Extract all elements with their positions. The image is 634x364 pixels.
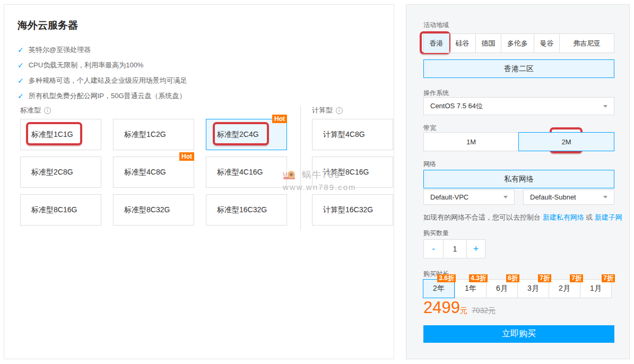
spec-card-label: 计算型4C8G <box>323 130 365 140</box>
compute-group-label: 计算型 i <box>312 106 343 115</box>
create-subnet-link[interactable]: 新建子网 <box>595 213 622 221</box>
spec-card-standard-16c32g[interactable]: 标准型16C32G <box>206 194 287 226</box>
watermark: 蜗牛789 www.wn789.com <box>283 169 357 192</box>
spec-card-label: 标准型4C8G <box>124 168 166 177</box>
bandwidth-label: 带宽 <box>423 124 436 133</box>
check-icon: ✓ <box>18 46 24 54</box>
zone-option-hongkong2[interactable]: 香港二区 <box>423 59 614 78</box>
subnet-select-value: Default-Subnet <box>530 193 576 201</box>
quantity-label: 购买数量 <box>423 229 449 238</box>
spec-card-label: 标准型2C4G <box>217 130 259 140</box>
watermark-line1: 蜗牛789 <box>283 169 357 181</box>
network-type-vpc[interactable]: 私有网络 <box>423 170 614 188</box>
spec-card-standard-4c16g[interactable]: 标准型4C16G <box>206 157 287 188</box>
vpc-select[interactable]: Default-VPC <box>423 189 515 205</box>
os-label: 操作系统 <box>423 89 449 98</box>
chevron-down-icon <box>603 105 607 108</box>
watermark-line2: www.wn789.com <box>283 183 357 192</box>
page: 海外云服务器 ✓ 英特尔@至强处理器 ✓ CPU负载无限制，利用率最高为100%… <box>0 0 634 364</box>
chevron-down-icon <box>503 196 508 198</box>
bandwidth-options: 1M 2M <box>423 132 614 151</box>
info-icon[interactable]: i <box>44 107 51 114</box>
check-icon: ✓ <box>18 92 24 100</box>
buy-now-button[interactable]: 立即购买 <box>423 325 614 343</box>
feature-item: ✓ 英特尔@至强处理器 <box>18 42 187 57</box>
spec-card-standard-1c1g[interactable]: 标准型1C1G <box>20 119 101 150</box>
duration-option-6m[interactable]: 6折 6月 <box>487 279 519 298</box>
purchase-panel: 活动地域 香港 硅谷 德国 多伦多 曼谷 弗吉尼亚 香港二区 操作系统 Cent… <box>406 4 630 359</box>
region-tab-bangkok[interactable]: 曼谷 <box>534 33 560 53</box>
discount-badge: 7折 <box>602 274 615 282</box>
feature-text: 英特尔@至强处理器 <box>29 45 91 55</box>
feature-list: ✓ 英特尔@至强处理器 ✓ CPU负载无限制，利用率最高为100% ✓ 多种规格… <box>18 42 187 103</box>
spec-card-standard-4c8g[interactable]: Hot 标准型4C8G <box>113 157 194 188</box>
quantity-stepper: - 1 + <box>423 239 485 258</box>
spec-card-label: 计算型16C32G <box>323 205 373 215</box>
network-label: 网络 <box>423 160 436 169</box>
duration-option-1mo[interactable]: 7折 1月 <box>583 279 614 298</box>
spec-card-label: 标准型1C1G <box>31 130 73 140</box>
bandwidth-option-1m[interactable]: 1M <box>423 132 519 151</box>
hot-badge: Hot <box>179 152 194 161</box>
feature-item: ✓ 多种规格可选，个人建站及企业级应用场景均可满足 <box>18 73 187 88</box>
region-tab-siliconvalley[interactable]: 硅谷 <box>449 33 476 53</box>
duration-option-2y[interactable]: 3.6折 2年 <box>423 279 455 298</box>
chevron-down-icon <box>603 196 607 198</box>
spec-card-compute-4c8g[interactable]: 计算型4C8G <box>312 119 393 150</box>
duration-option-3m[interactable]: 7折 3月 <box>519 279 551 298</box>
subnet-select[interactable]: Default-Subnet <box>523 189 614 205</box>
spec-card-label: 标准型8C32G <box>124 205 170 215</box>
region-tab-virginia[interactable]: 弗吉尼亚 <box>559 33 614 53</box>
region-tab-hongkong[interactable]: 香港 <box>423 33 449 53</box>
check-icon: ✓ <box>18 61 24 70</box>
discount-badge: 6折 <box>506 274 519 282</box>
check-icon: ✓ <box>18 76 24 85</box>
region-tab-germany[interactable]: 德国 <box>475 33 501 53</box>
quantity-plus-button[interactable]: + <box>466 239 485 258</box>
spec-card-standard-8c32g[interactable]: 标准型8C32G <box>113 194 194 226</box>
region-tabs: 香港 硅谷 德国 多伦多 曼谷 弗吉尼亚 <box>423 33 614 53</box>
os-select-value: CentOS 7.5 64位 <box>430 101 483 111</box>
feature-item: ✓ CPU负载无限制，利用率最高为100% <box>18 57 187 73</box>
discount-badge: 7折 <box>570 274 583 282</box>
spec-card-standard-2c8g[interactable]: 标准型2C8G <box>20 157 101 188</box>
region-label: 活动地域 <box>423 21 449 30</box>
spec-card-standard-2c4g[interactable]: Hot 标准型2C4G <box>206 119 287 150</box>
vpc-select-value: Default-VPC <box>430 193 468 201</box>
spec-card-standard-8c16g[interactable]: 标准型8C16G <box>20 194 101 226</box>
spec-card-label: 标准型16C32G <box>217 205 267 215</box>
standard-group-label: 标准型 i <box>20 106 51 115</box>
feature-text: 多种规格可选，个人建站及企业级应用场景均可满足 <box>29 76 187 85</box>
snail-icon <box>283 170 299 180</box>
hot-badge: Hot <box>272 115 287 123</box>
page-title: 海外云服务器 <box>18 19 78 32</box>
spec-card-label: 标准型1C2G <box>124 130 166 140</box>
discount-badge: 7折 <box>538 274 551 282</box>
spec-card-label: 标准型2C8G <box>31 168 73 177</box>
create-vpc-link[interactable]: 新建私有网络 <box>543 213 584 221</box>
discount-badge: 4.3折 <box>469 274 488 282</box>
discount-badge: 3.6折 <box>437 274 456 282</box>
network-hint: 如现有的网络不合适，您可以去控制台 新建私有网络 或 新建子网 <box>423 213 622 222</box>
feature-text: 所有机型免费分配公网IP，50G普通云盘（系统盘） <box>29 91 186 101</box>
feature-text: CPU负载无限制，利用率最高为100% <box>29 60 144 70</box>
feature-item: ✓ 所有机型免费分配公网IP，50G普通云盘（系统盘） <box>18 88 187 103</box>
spec-card-label: 标准型8C16G <box>31 205 77 215</box>
bandwidth-option-2m[interactable]: 2M <box>518 132 614 151</box>
price-unit: 元 <box>460 306 467 316</box>
quantity-value[interactable]: 1 <box>443 239 467 258</box>
os-select[interactable]: CentOS 7.5 64位 <box>423 97 614 115</box>
duration-option-1y[interactable]: 4.3折 1年 <box>455 279 487 298</box>
quantity-minus-button[interactable]: - <box>423 239 444 258</box>
info-icon[interactable]: i <box>336 107 343 114</box>
duration-options: 3.6折 2年 4.3折 1年 6折 6月 7折 3月 7折 2月 7折 1月 <box>423 279 614 298</box>
region-tab-toronto[interactable]: 多伦多 <box>501 33 534 53</box>
price-original: 7032元 <box>472 306 496 316</box>
price: 2499 元 7032元 <box>423 298 496 317</box>
spec-card-standard-1c2g[interactable]: 标准型1C2G <box>113 119 194 150</box>
price-current: 2499 <box>423 298 460 317</box>
duration-option-2mo[interactable]: 7折 2月 <box>551 279 583 298</box>
spec-card-compute-16c32g[interactable]: 计算型16C32G <box>312 194 393 226</box>
spec-card-label: 标准型4C16G <box>217 168 263 177</box>
column-divider <box>300 106 301 230</box>
